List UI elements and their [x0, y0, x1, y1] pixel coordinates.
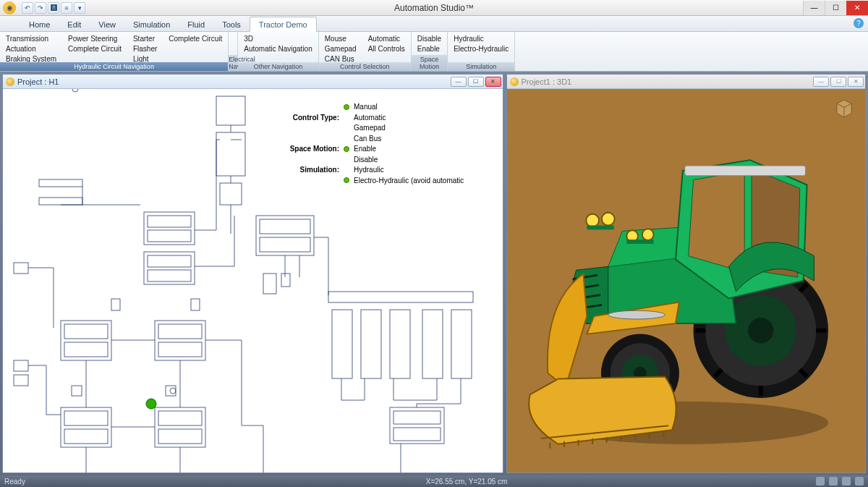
svg-rect-4 [260, 219, 310, 234]
ribbon-item-automatic-navigation[interactable]: Automatic Navigation [242, 44, 314, 54]
qat-redo[interactable]: ↷ [35, 2, 46, 14]
ribbon-item-flasher[interactable]: Flasher [132, 44, 158, 54]
ribbon-group-label: Electrical Navigation [229, 55, 237, 71]
tractor-model [507, 89, 865, 473]
ribbon-item-transmission[interactable]: Transmission [4, 34, 58, 43]
window-buttons: — ☐ ✕ [803, 1, 868, 15]
pane-close-button[interactable]: ✕ [485, 77, 501, 87]
legend-automatic: Automatic [354, 113, 386, 123]
qat-undo[interactable]: ↶ [22, 2, 33, 14]
svg-rect-45 [191, 299, 200, 310]
svg-rect-34 [390, 310, 410, 378]
pane-min-button[interactable]: — [451, 77, 467, 87]
svg-rect-2 [220, 183, 242, 205]
circuit-canvas[interactable]: Manual Control Type:Automatic Gamepad Ca… [3, 89, 503, 473]
svg-rect-85 [587, 225, 613, 229]
ribbon-item-hydraulic[interactable]: Hydraulic [452, 34, 510, 43]
ribbon-item-gamepad[interactable]: Gamepad [323, 44, 358, 54]
view-cube-icon[interactable] [832, 96, 856, 121]
tab-fluid[interactable]: Fluid [179, 17, 213, 31]
svg-rect-33 [361, 310, 381, 378]
svg-point-84 [642, 229, 653, 240]
ribbon-item-enable[interactable]: Enable [416, 44, 443, 54]
svg-point-53 [748, 318, 773, 343]
svg-rect-10 [148, 230, 191, 242]
ribbon-item-complete-circuit[interactable]: Complete Circuit [167, 34, 224, 43]
svg-rect-29 [158, 411, 202, 425]
ribbon-item-disable[interactable]: Disable [416, 34, 443, 43]
project-icon [510, 77, 519, 86]
svg-rect-0 [216, 96, 245, 125]
ribbon-tabs: Home Edit View Simulation Fluid Tools Tr… [0, 16, 868, 32]
tray-icon[interactable] [829, 477, 838, 486]
qat-list[interactable]: ≡ [61, 2, 72, 14]
tab-tractor-demo[interactable]: Tractor Demo [250, 17, 317, 32]
3d-viewport[interactable] [507, 89, 865, 473]
close-button[interactable]: ✕ [846, 1, 868, 15]
ribbon-group-space-motion: DisableEnableSpace Motion [412, 32, 448, 71]
status-coords: X=26.55 cm, Y=21.05 cm [426, 478, 508, 486]
svg-rect-1 [216, 132, 245, 176]
svg-rect-15 [39, 198, 82, 205]
pane-max-button[interactable]: ☐ [830, 77, 846, 87]
svg-rect-25 [61, 407, 111, 447]
pane-close-button[interactable]: ✕ [848, 77, 864, 87]
svg-point-81 [586, 214, 599, 227]
svg-rect-23 [158, 324, 202, 339]
svg-rect-42 [72, 386, 82, 396]
legend-disable: Disable [354, 155, 378, 165]
tray-icon[interactable] [855, 477, 864, 486]
tab-home[interactable]: Home [20, 17, 59, 31]
pane-max-button[interactable]: ☐ [468, 77, 484, 87]
pane-circuit: Project : H1 — ☐ ✕ [2, 74, 503, 473]
ribbon-item-3d[interactable]: 3D [242, 34, 314, 43]
tab-simulation[interactable]: Simulation [124, 17, 179, 31]
quick-access-toolbar: ↶ ↷ 🅰 ≡ ▾ [22, 2, 85, 14]
tab-edit[interactable]: Edit [59, 17, 90, 31]
svg-rect-13 [148, 270, 191, 281]
legend-simulation-label: Simulation: [281, 165, 339, 175]
ribbon-item-starter[interactable]: Starter [132, 34, 158, 43]
svg-rect-26 [64, 411, 108, 425]
svg-rect-20 [64, 324, 108, 339]
maximize-button[interactable]: ☐ [825, 1, 846, 15]
pane-3d-title-text: Project1 : 3D1 [522, 77, 572, 86]
ribbon-item-all-controls[interactable]: All Controls [367, 44, 407, 54]
tray-icon[interactable] [842, 477, 851, 486]
mdi-area: Project : H1 — ☐ ✕ [0, 72, 868, 475]
qat-dropdown[interactable]: ▾ [74, 2, 85, 14]
ribbon-item-electro-hydraulic[interactable]: Electro-Hydraulic [452, 44, 510, 54]
svg-rect-7 [281, 274, 290, 287]
minimize-button[interactable]: — [803, 1, 825, 15]
ribbon-item-complete-circuit[interactable]: Complete Circuit [67, 44, 123, 54]
help-icon[interactable]: ? [854, 18, 864, 28]
title-bar: ◉ ↶ ↷ 🅰 ≡ ▾ Automation Studio™ — ☐ ✕ [0, 0, 868, 16]
ribbon-item-mouse[interactable]: Mouse [323, 34, 358, 43]
legend-hydraulic: Hydraulic [354, 165, 384, 175]
pane-circuit-title: Project : H1 — ☐ ✕ [3, 75, 503, 89]
tab-view[interactable]: View [90, 17, 124, 31]
svg-rect-38 [393, 411, 441, 424]
svg-rect-3 [256, 216, 314, 255]
pane-min-button[interactable]: — [813, 77, 829, 87]
svg-rect-5 [260, 237, 310, 252]
svg-rect-44 [111, 299, 120, 310]
ribbon-item-power-steering[interactable]: Power Steering [67, 34, 123, 43]
svg-rect-6 [263, 274, 276, 294]
svg-rect-43 [166, 386, 176, 396]
svg-rect-32 [332, 310, 352, 378]
legend-enable: Enable [354, 144, 376, 154]
tray-icon[interactable] [816, 477, 825, 486]
svg-rect-37 [390, 407, 444, 444]
ribbon-group-control-selection: MouseGamepadCAN BusAutomaticAll Controls… [319, 32, 412, 71]
qat-a[interactable]: 🅰 [48, 2, 59, 14]
ribbon-item-actuation[interactable]: Actuation [4, 44, 58, 54]
ribbon-item-automatic[interactable]: Automatic [367, 34, 407, 43]
app-title: Automation Studio™ [394, 3, 474, 13]
ribbon-group-hydraulic-circuit-navigation: TransmissionActuationBraking SystemPower… [0, 32, 229, 71]
svg-rect-35 [422, 310, 443, 378]
svg-point-40 [72, 89, 78, 92]
ribbon: TransmissionActuationBraking SystemPower… [0, 32, 868, 72]
app-logo: ◉ [3, 1, 16, 14]
tab-tools[interactable]: Tools [213, 17, 250, 31]
